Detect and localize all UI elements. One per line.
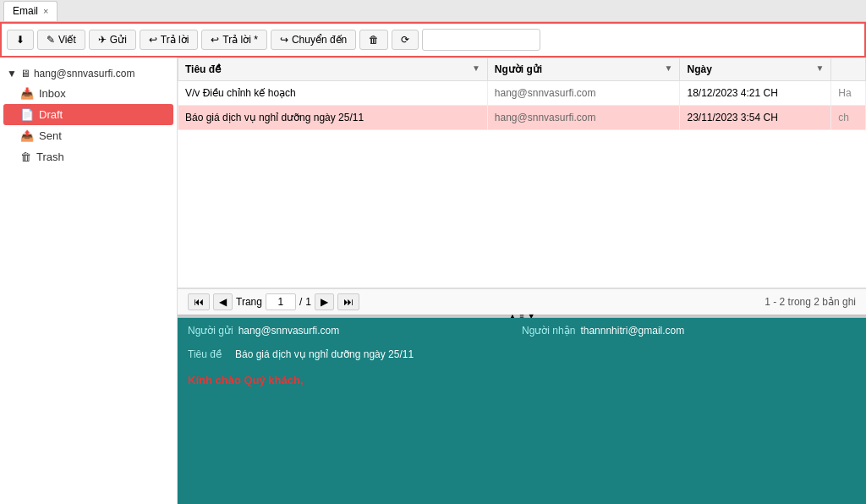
col-header-extra	[831, 58, 866, 81]
refresh-button[interactable]: ⟳	[392, 30, 419, 50]
table-row[interactable]: Báo giá dịch vụ nghỉ dưỡng ngày 25/11han…	[178, 106, 866, 130]
account-email: hang@snnvasurfi.com	[34, 68, 135, 79]
subject-label: Tiêu đề	[188, 348, 230, 360]
monitor-icon: 🖥	[20, 68, 30, 79]
cell-extra: Ha	[831, 81, 866, 106]
refresh-icon: ⟳	[401, 34, 409, 46]
download-icon: ⬇	[16, 34, 25, 46]
page-separator: /	[299, 296, 302, 308]
sidebar-account[interactable]: ▼ 🖥 hang@snnvasurfi.com	[0, 64, 177, 83]
greeting-text: Kính chào Quý khách,	[188, 374, 304, 386]
recipient-label: Người nhận	[522, 325, 575, 337]
cell-extra: ch	[831, 106, 866, 130]
preview-header: Người gửi hang@snnvasurfi.com Người nhận…	[178, 318, 866, 347]
cell-subject: Báo giá dịch vụ nghỉ dưỡng ngày 25/11	[178, 106, 488, 130]
pagination: ⏮ ◀ Trang / 1 ▶ ⏭ 1 - 2 trong 2 bản ghi	[178, 288, 866, 315]
filter-date-icon[interactable]: ▼	[815, 63, 824, 73]
send-button[interactable]: ✈ Gửi	[89, 30, 136, 50]
cell-date: 18/12/2023 4:21 CH	[680, 81, 831, 106]
reply-all-button[interactable]: ↩ Trả lời *	[201, 30, 267, 50]
col-header-date[interactable]: Ngày ▼	[680, 58, 831, 81]
compose-button[interactable]: ✎ Viết	[37, 30, 85, 50]
pagination-info: 1 - 2 trong 2 bản ghi	[765, 296, 856, 308]
sidebar-item-draft[interactable]: 📄 Draft	[3, 104, 173, 125]
arrow-down-icon: ▼	[7, 68, 17, 79]
cell-sender: hang@snnvasurfi.com	[487, 106, 680, 130]
sidebar-item-label: Draft	[39, 108, 63, 121]
sidebar-item-label: Inbox	[39, 87, 66, 100]
sender-value: hang@snnvasurfi.com	[238, 325, 340, 337]
filter-sender-icon[interactable]: ▼	[665, 63, 673, 73]
cell-date: 23/11/2023 3:54 CH	[680, 106, 831, 130]
forward-button[interactable]: ↪ Chuyển đến	[271, 30, 356, 50]
compose-icon: ✎	[47, 34, 55, 46]
preview-subject-row: Tiêu đề Báo giá dịch vụ nghỉ dưỡng ngày …	[178, 347, 866, 367]
email-tab[interactable]: Email ×	[3, 1, 58, 21]
preview-body: Kính chào Quý khách,	[178, 367, 866, 393]
page-input[interactable]	[266, 293, 296, 310]
sidebar: ▼ 🖥 hang@snnvasurfi.com 📥 Inbox 📄 Draft …	[0, 58, 178, 504]
toolbar: ⬇ ✎ Viết ✈ Gửi ↩ Trả lời ↩ Trả lời * ↪ C…	[0, 22, 866, 58]
reply-icon: ↩	[149, 34, 157, 46]
page-first-button[interactable]: ⏮	[188, 293, 210, 310]
sidebar-item-trash[interactable]: 🗑 Trash	[0, 146, 177, 167]
trash-icon: 🗑	[20, 151, 31, 163]
content-area: Tiêu đề ▼ Người gửi ▼ Ngày ▼	[178, 58, 866, 504]
email-list: Tiêu đề ▼ Người gửi ▼ Ngày ▼	[178, 58, 866, 288]
tab-label: Email	[13, 5, 38, 17]
delete-button[interactable]: 🗑	[359, 30, 388, 50]
page-total: 1	[305, 296, 311, 308]
download-button[interactable]: ⬇	[7, 30, 34, 50]
table-row[interactable]: V/v Điều chỉnh kế hoạchhang@snnvasurfi.c…	[178, 81, 866, 106]
col-header-sender[interactable]: Người gửi ▼	[487, 58, 680, 81]
email-table: Tiêu đề ▼ Người gửi ▼ Ngày ▼	[178, 58, 866, 130]
forward-icon: ↪	[280, 34, 288, 46]
draft-icon: 📄	[20, 108, 34, 121]
reply-button[interactable]: ↩ Trả lời	[140, 30, 199, 50]
sender-label: Người gửi	[188, 325, 233, 337]
filter-subject-icon[interactable]: ▼	[472, 63, 480, 73]
page-next-button[interactable]: ▶	[315, 293, 334, 310]
sidebar-item-sent[interactable]: 📤 Sent	[0, 125, 177, 146]
sidebar-item-label: Trash	[36, 151, 64, 163]
sidebar-item-inbox[interactable]: 📥 Inbox	[0, 83, 177, 104]
delete-icon: 🗑	[369, 34, 379, 46]
inbox-icon: 📥	[20, 87, 34, 100]
cell-sender: hang@snnvasurfi.com	[487, 81, 680, 106]
subject-value: Báo giá dịch vụ nghỉ dưỡng ngày 25/11	[235, 348, 414, 360]
sidebar-item-label: Sent	[39, 129, 62, 142]
sent-icon: 📤	[20, 129, 34, 142]
send-icon: ✈	[98, 34, 107, 46]
col-header-subject[interactable]: Tiêu đề ▼	[178, 58, 488, 81]
tab-close-icon[interactable]: ×	[43, 6, 48, 16]
email-preview: Người gửi hang@snnvasurfi.com Người nhận…	[178, 318, 866, 504]
recipient-value: thannnhitri@gmail.com	[580, 325, 684, 337]
cell-subject: V/v Điều chỉnh kế hoạch	[178, 81, 488, 106]
reply-all-icon: ↩	[211, 34, 219, 46]
search-input[interactable]	[422, 29, 540, 51]
page-label: Trang	[236, 296, 262, 308]
page-prev-button[interactable]: ◀	[213, 293, 233, 310]
page-last-button[interactable]: ⏭	[337, 293, 359, 310]
